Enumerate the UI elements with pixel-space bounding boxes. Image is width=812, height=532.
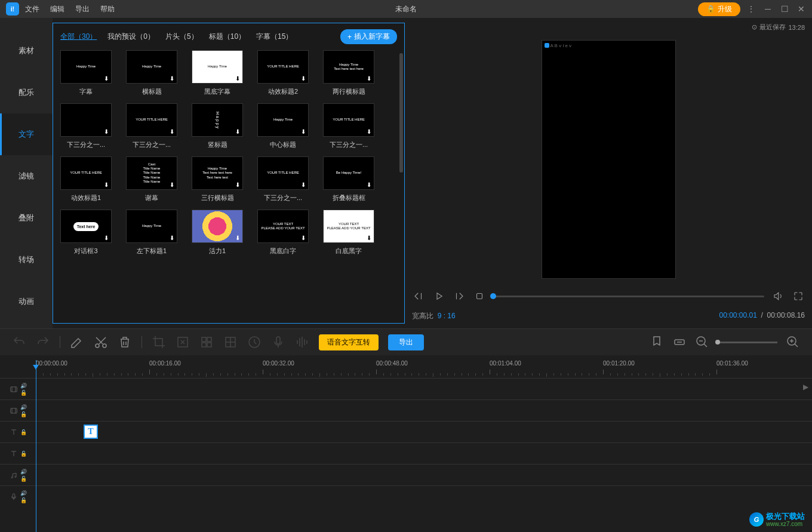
- sidebar-item-transition[interactable]: 转场: [0, 239, 53, 281]
- library-thumb[interactable]: Be Happy Time!⬇: [323, 156, 374, 190]
- mosaic-button[interactable]: [199, 335, 214, 349]
- sidebar-item-filter[interactable]: 滤镜: [0, 155, 53, 197]
- download-icon[interactable]: ⬇: [300, 181, 307, 188]
- menu-help[interactable]: 帮助: [100, 4, 115, 14]
- next-frame-button[interactable]: [453, 290, 466, 303]
- more-icon[interactable]: ⋮: [746, 4, 756, 14]
- library-thumb[interactable]: H a p p y⬇: [192, 103, 243, 137]
- library-item[interactable]: YOUR TEXT PLEASE ADD YOUR TEXT⬇白底黑字: [323, 210, 374, 256]
- menu-export[interactable]: 导出: [75, 4, 90, 14]
- library-item[interactable]: ⬇活力1: [192, 210, 243, 256]
- zoom-button[interactable]: [176, 335, 190, 349]
- download-icon[interactable]: ⬇: [300, 234, 307, 241]
- tab-subtitles[interactable]: 字幕（15）: [256, 32, 293, 42]
- tab-openers[interactable]: 片头（5）: [165, 32, 198, 42]
- maximize-icon[interactable]: ☐: [780, 4, 789, 14]
- library-thumb[interactable]: Happy Time⬇: [126, 50, 177, 84]
- sidebar-item-music[interactable]: 配乐: [0, 72, 53, 113]
- library-item[interactable]: Happy Time Text here text here Text here…: [192, 156, 243, 202]
- marker-button[interactable]: [650, 335, 664, 349]
- library-item[interactable]: Be Happy Time!⬇折叠标题框: [323, 156, 374, 202]
- library-item[interactable]: Happy Time⬇黑底字幕: [192, 50, 243, 96]
- voiceover-button[interactable]: [271, 335, 285, 349]
- download-icon[interactable]: ⬇: [365, 75, 373, 82]
- zoom-in-button[interactable]: [786, 335, 800, 349]
- lock-icon[interactable]: 🔓: [20, 497, 27, 503]
- library-item[interactable]: YOUR TITLE HERE⬇下三分之一...: [257, 156, 309, 202]
- tab-titles[interactable]: 标题（10）: [209, 32, 245, 42]
- library-item[interactable]: Text here⬇对话框3: [60, 210, 112, 256]
- download-icon[interactable]: ⬇: [365, 234, 373, 241]
- edit-button[interactable]: [70, 335, 84, 349]
- export-button[interactable]: 导出: [388, 334, 424, 350]
- crop-button[interactable]: [152, 335, 166, 349]
- download-icon[interactable]: ⬇: [168, 75, 176, 82]
- lock-icon[interactable]: 🔓: [20, 476, 27, 482]
- undo-button[interactable]: [12, 335, 26, 349]
- library-thumb[interactable]: YOUR TITLE HERE⬇: [60, 156, 112, 190]
- library-item[interactable]: YOUR TITLE HERE⬇下三分之一...: [126, 103, 177, 149]
- lock-icon[interactable]: 🔓: [20, 390, 27, 396]
- sidebar-item-media[interactable]: 素材: [0, 30, 53, 72]
- play-button[interactable]: [432, 290, 445, 303]
- volume-icon[interactable]: [771, 290, 785, 303]
- download-icon[interactable]: ⬇: [365, 128, 373, 135]
- library-item[interactable]: YOUR TITLE HERE⬇动效标题1: [60, 156, 112, 202]
- text-track-2[interactable]: 🔓: [0, 442, 812, 464]
- library-thumb[interactable]: YOUR TITLE HERE⬇: [257, 156, 309, 190]
- sidebar-item-overlay[interactable]: 叠附: [0, 197, 53, 239]
- library-thumb[interactable]: Happy Time⬇: [192, 50, 243, 84]
- library-thumb[interactable]: YOUR TEXT PLEASE ADD YOUR TEXT⬇: [257, 210, 309, 243]
- download-icon[interactable]: ⬇: [234, 181, 241, 188]
- download-icon[interactable]: ⬇: [103, 234, 110, 241]
- library-item[interactable]: Happy Time⬇中心标题: [257, 103, 309, 149]
- close-icon[interactable]: ✕: [796, 4, 806, 14]
- time-ruler[interactable]: 00:00:00.0000:00:16.0000:00:32.0000:00:4…: [0, 360, 812, 378]
- progress-bar[interactable]: [493, 296, 764, 297]
- library-item[interactable]: Happy Time⬇左下标题1: [126, 210, 177, 256]
- minimize-icon[interactable]: ─: [763, 4, 773, 14]
- library-thumb[interactable]: Happy Time⬇: [257, 103, 309, 137]
- menu-edit[interactable]: 编辑: [50, 4, 64, 14]
- library-item[interactable]: YOUR TITLE HERE⬇下三分之一...: [323, 103, 374, 149]
- library-thumb[interactable]: ⬇: [192, 210, 243, 243]
- menu-file[interactable]: 文件: [25, 4, 39, 14]
- library-thumb[interactable]: YOUR TEXT PLEASE ADD YOUR TEXT⬇: [323, 210, 374, 243]
- audio-button[interactable]: [295, 335, 309, 349]
- library-thumb[interactable]: Happy Time⬇: [60, 50, 112, 84]
- stop-button[interactable]: [473, 290, 486, 303]
- zoom-out-button[interactable]: [695, 335, 709, 349]
- download-icon[interactable]: ⬇: [365, 181, 373, 188]
- library-thumb[interactable]: Happy Time Text here text here⬇: [323, 50, 374, 84]
- tab-presets[interactable]: 我的预设（0）: [107, 32, 155, 42]
- download-icon[interactable]: ⬇: [103, 128, 110, 135]
- library-item[interactable]: H a p p y⬇竖标题: [192, 103, 243, 149]
- lock-icon[interactable]: 🔓: [20, 411, 27, 417]
- mute-icon[interactable]: 🔊: [20, 469, 27, 475]
- text-track[interactable]: 🔓 T: [0, 421, 812, 442]
- speed-button[interactable]: [247, 335, 262, 349]
- download-icon[interactable]: ⬇: [103, 181, 110, 188]
- text-clip[interactable]: T: [84, 425, 98, 439]
- download-icon[interactable]: ⬇: [168, 128, 176, 135]
- zoom-slider[interactable]: [718, 342, 777, 343]
- download-icon[interactable]: ⬇: [234, 128, 241, 135]
- library-thumb[interactable]: Happy Time⬇: [126, 210, 177, 243]
- sidebar-item-animation[interactable]: 动画: [0, 281, 53, 322]
- library-thumb[interactable]: ⬇: [60, 103, 112, 137]
- voice-to-text-button[interactable]: 语音文字互转: [319, 334, 379, 350]
- download-icon[interactable]: ⬇: [168, 234, 176, 241]
- lock-icon[interactable]: 🔓: [20, 429, 27, 435]
- download-icon[interactable]: ⬇: [300, 75, 307, 82]
- mute-icon[interactable]: 🔊: [20, 490, 27, 496]
- library-item[interactable]: Happy Time⬇横标题: [126, 50, 177, 96]
- video-track[interactable]: 🔊🔓: [0, 378, 812, 399]
- audio-track[interactable]: 🔊🔓: [0, 464, 812, 485]
- library-thumb[interactable]: Text here⬇: [60, 210, 112, 243]
- library-thumb[interactable]: Cast Title Name Title Name Title Name Ti…: [126, 156, 177, 190]
- prev-frame-button[interactable]: [412, 290, 425, 303]
- redo-button[interactable]: [36, 335, 50, 349]
- tab-all[interactable]: 全部（30）: [60, 32, 97, 42]
- library-item[interactable]: Happy Time⬇字幕: [60, 50, 112, 96]
- library-thumb[interactable]: YOUR TITLE HERE⬇: [323, 103, 374, 137]
